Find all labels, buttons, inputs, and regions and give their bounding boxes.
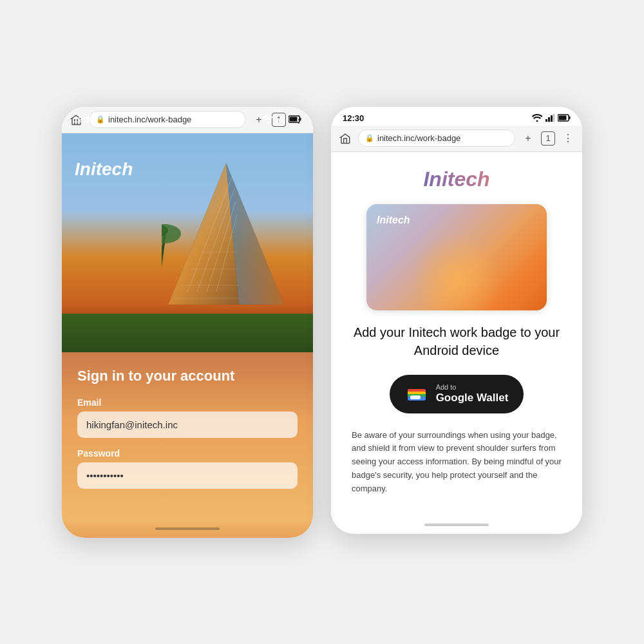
password-input[interactable] (77, 462, 298, 489)
svg-rect-0 (276, 120, 278, 123)
building-illustration (162, 150, 290, 320)
phone-left: 12:30 (62, 107, 313, 538)
address-bar-right: 🔒 initech.inc/work-badge + 1 ⋮ (331, 126, 582, 152)
svg-rect-3 (284, 115, 285, 123)
svg-rect-22 (551, 115, 553, 122)
lock-icon-right: 🔒 (365, 134, 374, 142)
status-bar-left: 12:30 (62, 107, 313, 127)
svg-rect-30 (408, 392, 426, 394)
right-content: Initech Initech Add your Initech work ba… (331, 152, 582, 516)
hero-logo: Initech (75, 159, 133, 180)
login-section: Sign in to your account Email Password (62, 352, 313, 520)
wallet-icon (405, 383, 428, 406)
address-actions-right: + 1 ⋮ (519, 129, 577, 147)
password-group: Password (77, 448, 298, 489)
url-bar-right[interactable]: 🔒 initech.inc/work-badge (358, 129, 515, 147)
svg-rect-21 (548, 117, 550, 122)
wifi-icon-right (532, 114, 542, 122)
security-notice: Be aware of your surroundings when using… (352, 429, 562, 496)
signal-icon (276, 115, 285, 123)
home-indicator-left (62, 520, 313, 538)
email-label: Email (77, 397, 298, 408)
wallet-text: Add to Google Wallet (436, 383, 509, 404)
svg-rect-23 (553, 114, 554, 122)
svg-rect-2 (281, 117, 283, 123)
login-title: Sign in to your account (77, 368, 298, 384)
add-to-wallet-button[interactable]: Add to Google Wallet (390, 375, 524, 413)
svg-rect-5 (300, 118, 301, 121)
status-time-left: 12:30 (73, 115, 95, 124)
initech-logo-right: Initech (423, 167, 489, 191)
menu-button-right[interactable]: ⋮ (559, 129, 577, 147)
svg-rect-33 (410, 395, 421, 399)
wallet-name-label: Google Wallet (436, 392, 509, 404)
status-icons-right (532, 114, 571, 122)
signal-icon-right (545, 114, 554, 122)
home-indicator-right (331, 516, 582, 534)
wifi-icon (263, 115, 273, 123)
svg-rect-1 (279, 118, 281, 123)
status-time-right: 12:30 (343, 113, 364, 123)
battery-icon-right (558, 114, 571, 122)
badge-card: Initech (366, 204, 547, 310)
email-input[interactable] (77, 412, 298, 438)
badge-card-logo: Initech (377, 214, 410, 226)
svg-rect-26 (559, 116, 567, 120)
email-group: Email (77, 397, 298, 438)
url-text-right: initech.inc/work-badge (377, 133, 460, 143)
phone-right: 12:30 (331, 107, 582, 535)
badge-glow (412, 233, 502, 310)
new-tab-button-right[interactable]: + (519, 129, 537, 147)
phone-comparison: 12:30 (62, 107, 582, 538)
wallet-add-label: Add to (436, 383, 509, 392)
svg-line-17 (162, 234, 165, 305)
description-title: Add your Initech work badge to your Andr… (352, 323, 562, 359)
battery-icon (289, 115, 301, 123)
svg-rect-6 (290, 117, 298, 122)
status-bar-right: 12:30 (331, 107, 582, 126)
tab-count-right[interactable]: 1 (541, 131, 555, 146)
home-button-right[interactable] (336, 129, 354, 147)
svg-rect-20 (545, 119, 547, 122)
home-bar-right (424, 524, 489, 526)
svg-rect-25 (569, 117, 571, 120)
home-bar-left (155, 527, 220, 530)
password-label: Password (77, 448, 298, 459)
hero-image: Initech (62, 133, 313, 352)
status-icons-left (263, 115, 301, 123)
